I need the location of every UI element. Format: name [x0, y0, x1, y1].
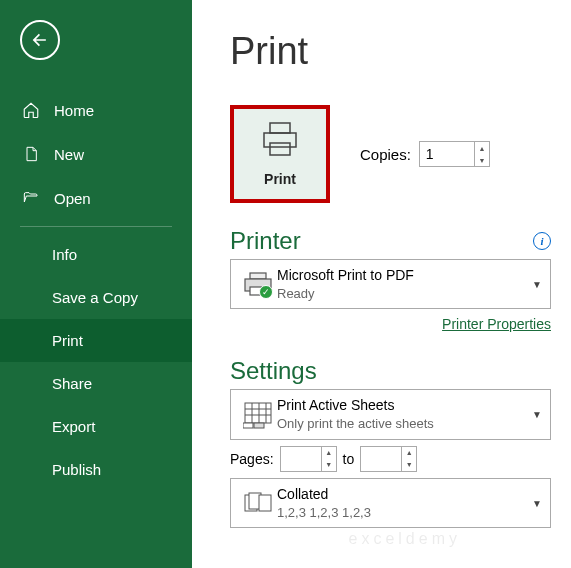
print-row: Print Copies: 1 ▲ ▼ [230, 105, 551, 203]
copies-spinner[interactable]: 1 ▲ ▼ [419, 141, 490, 167]
watermark: exceldemy [349, 530, 461, 548]
sidebar-label: New [54, 146, 84, 163]
copies-label: Copies: [360, 146, 411, 163]
sidebar: Home New Open Info Save a Copy Print Sha… [0, 0, 192, 568]
printer-name: Microsoft Print to PDF [277, 266, 532, 285]
svg-rect-16 [259, 495, 271, 511]
svg-rect-1 [264, 133, 296, 147]
sheets-title: Print Active Sheets [277, 396, 532, 415]
sidebar-label: Print [52, 332, 83, 349]
sidebar-label: Save a Copy [52, 289, 138, 306]
pages-row: Pages: ▲▼ to ▲▼ [230, 446, 551, 472]
settings-heading: Settings [230, 357, 551, 385]
pages-to-label: to [343, 451, 355, 467]
back-button[interactable] [20, 20, 60, 60]
print-button-label: Print [264, 171, 296, 187]
sidebar-item-open[interactable]: Open [0, 176, 192, 220]
pages-from-spinner[interactable]: ▲▼ [280, 446, 337, 472]
spinner-down-icon[interactable]: ▼ [322, 459, 336, 471]
sidebar-item-publish[interactable]: Publish [0, 448, 192, 491]
chevron-down-icon: ▼ [532, 279, 542, 290]
info-icon[interactable]: i [533, 232, 551, 250]
spinner-down-icon[interactable]: ▼ [402, 459, 416, 471]
collated-dropdown[interactable]: Collated 1,2,3 1,2,3 1,2,3 ▼ [230, 478, 551, 528]
page-title: Print [230, 30, 551, 73]
svg-rect-12 [243, 423, 253, 428]
spinner-up-icon[interactable]: ▲ [322, 447, 336, 459]
printer-heading: Printer [230, 227, 301, 255]
divider [20, 226, 172, 227]
sidebar-label: Export [52, 418, 95, 435]
svg-rect-0 [270, 123, 290, 133]
svg-rect-13 [254, 423, 264, 428]
sidebar-item-home[interactable]: Home [0, 88, 192, 132]
sheets-sub: Only print the active sheets [277, 415, 532, 433]
sidebar-label: Open [54, 190, 91, 207]
printer-status: Ready [277, 285, 532, 303]
svg-rect-2 [270, 143, 290, 155]
spinner-up-icon[interactable]: ▲ [402, 447, 416, 459]
pages-to-spinner[interactable]: ▲▼ [360, 446, 417, 472]
copies-value[interactable]: 1 [420, 142, 474, 166]
collated-sub: 1,2,3 1,2,3 1,2,3 [277, 504, 532, 522]
folder-open-icon [22, 189, 40, 207]
printer-heading-row: Printer i [230, 227, 551, 255]
sidebar-item-print[interactable]: Print [0, 319, 192, 362]
sidebar-item-export[interactable]: Export [0, 405, 192, 448]
printer-icon [260, 121, 300, 157]
sidebar-label: Home [54, 102, 94, 119]
chevron-down-icon: ▼ [532, 498, 542, 509]
sidebar-label: Publish [52, 461, 101, 478]
sidebar-item-new[interactable]: New [0, 132, 192, 176]
sidebar-item-share[interactable]: Share [0, 362, 192, 405]
pages-label: Pages: [230, 451, 274, 467]
sidebar-label: Share [52, 375, 92, 392]
chevron-down-icon: ▼ [532, 409, 542, 420]
sheets-icon [239, 401, 277, 429]
svg-rect-3 [250, 273, 266, 279]
svg-rect-6 [245, 403, 271, 423]
printer-properties-link[interactable]: Printer Properties [442, 316, 551, 332]
printer-dropdown[interactable]: ✓ Microsoft Print to PDF Ready ▼ [230, 259, 551, 309]
sidebar-item-save-copy[interactable]: Save a Copy [0, 276, 192, 319]
spinner-down-icon[interactable]: ▼ [475, 154, 489, 166]
print-sheets-dropdown[interactable]: Print Active Sheets Only print the activ… [230, 389, 551, 439]
spinner-up-icon[interactable]: ▲ [475, 142, 489, 154]
sidebar-item-info[interactable]: Info [0, 233, 192, 276]
printer-device-icon: ✓ [239, 271, 277, 297]
file-icon [22, 145, 40, 163]
collated-title: Collated [277, 485, 532, 504]
sidebar-label: Info [52, 246, 77, 263]
collated-icon [239, 491, 277, 515]
home-icon [22, 101, 40, 119]
arrow-left-icon [30, 30, 50, 50]
copies-control: Copies: 1 ▲ ▼ [360, 141, 490, 167]
print-button[interactable]: Print [230, 105, 330, 203]
main-panel: Print Print Copies: 1 ▲ ▼ Printer i [192, 0, 571, 568]
